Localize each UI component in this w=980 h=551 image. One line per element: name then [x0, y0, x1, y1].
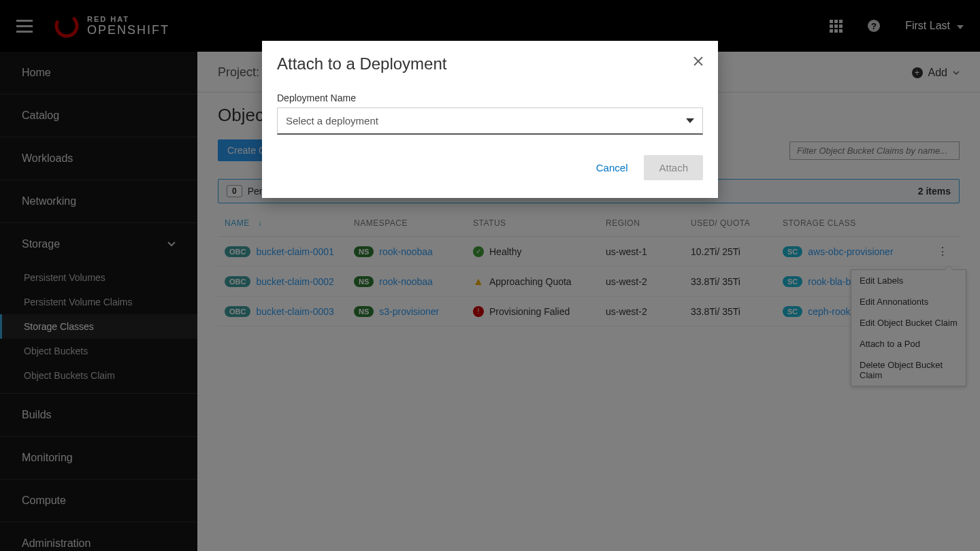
cancel-button[interactable]: Cancel [596, 162, 628, 173]
svg-marker-7 [686, 118, 694, 123]
deployment-select[interactable]: Select a deployment [277, 107, 703, 135]
attach-deployment-modal: Attach to a Deployment Deployment Name S… [262, 41, 718, 198]
deployment-select-placeholder: Select a deployment [286, 115, 378, 127]
modal-close-button[interactable] [693, 54, 703, 68]
modal-title: Attach to a Deployment [277, 54, 446, 73]
caret-down-icon [686, 118, 694, 123]
close-icon [693, 56, 703, 66]
attach-button[interactable]: Attach [644, 155, 703, 180]
deployment-name-label: Deployment Name [277, 93, 703, 103]
